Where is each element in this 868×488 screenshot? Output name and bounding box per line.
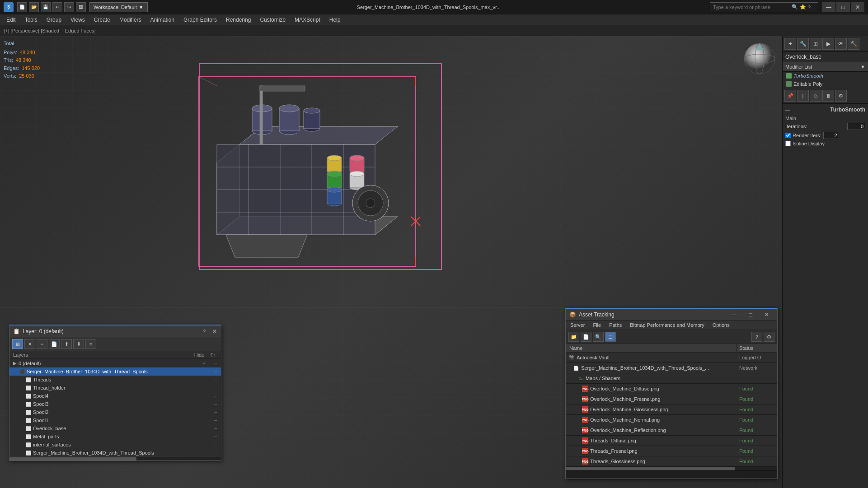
asset-menu-bitmap[interactable]: Bitmap Performance and Memory [628, 321, 706, 329]
navigation-sphere[interactable] [741, 41, 778, 78]
asset-menu-server[interactable]: Server [568, 321, 586, 329]
layer-row-metal-parts[interactable]: ⬜ Metal_parts ··· [9, 432, 221, 441]
bookmark-icon[interactable]: ⭐ [800, 4, 806, 10]
asset-row-vault[interactable]: 🏛 Autodesk Vault Logged O [566, 353, 777, 363]
workspace-dropdown-icon[interactable]: ▼ [139, 5, 144, 10]
layer-row-default[interactable]: ▶ 0 (default) ✓ ··· [9, 359, 221, 367]
layer-scrollbar[interactable] [9, 457, 221, 460]
layer-row-threads[interactable]: ⬜ Threads ··· [9, 376, 221, 384]
search-bar[interactable]: 🔍 ⭐ ? [710, 2, 818, 12]
layer-dots-serger: ··· [214, 369, 217, 374]
asset-tool-3[interactable]: 🔍 [593, 332, 604, 342]
asset-row-fresnel[interactable]: PNG Overlock_Machine_Fresnel.png Found [566, 394, 777, 404]
show-end-result-btn[interactable]: | [797, 90, 809, 102]
menu-item-rendering[interactable]: Rendering [221, 14, 255, 25]
redo-icon[interactable]: ↪ [64, 2, 74, 12]
modify-icon-btn[interactable]: 🔧 [797, 38, 809, 50]
layer-panel-help-btn[interactable]: ? [203, 329, 206, 334]
help-icon[interactable]: ? [808, 5, 811, 10]
asset-row-threads-glossiness[interactable]: PNG Threads_Glossiness.png Found [566, 456, 777, 467]
menu-item-edit[interactable]: Edit [2, 14, 20, 25]
asset-tool-2[interactable]: 📄 [581, 332, 591, 342]
asset-row-normal[interactable]: PNG Overlock_Machine_Normal.png Found [566, 415, 777, 425]
menu-item-group[interactable]: Group [42, 14, 66, 25]
menu-item-create[interactable]: Create [89, 14, 115, 25]
render-iters-input[interactable] [823, 132, 839, 139]
layer-tool-up[interactable]: ⬆ [61, 339, 72, 349]
asset-row-threads-diffuse[interactable]: PNG Threads_Diffuse.png Found [566, 436, 777, 446]
undo-icon[interactable]: ↩ [52, 2, 62, 12]
modifier-editable-poly[interactable]: Editable Poly [783, 80, 868, 88]
open-file-icon[interactable]: 📂 [29, 2, 39, 12]
asset-menu-paths[interactable]: Paths [607, 321, 624, 329]
menu-item-modifiers[interactable]: Modifiers [115, 14, 146, 25]
isoline-checkbox[interactable] [785, 141, 791, 146]
modifier-list-dropdown-icon[interactable]: ▼ [860, 64, 865, 70]
layer-tool-select[interactable]: ⊠ [12, 339, 23, 349]
asset-tool-1[interactable]: 📁 [568, 332, 579, 342]
asset-row-reflection[interactable]: PNG Overlock_Machine_Reflection.png Foun… [566, 425, 777, 436]
layer-row-spool4[interactable]: ⬜ Spool4 ··· [9, 392, 221, 400]
layer-tool-copy[interactable]: 📄 [49, 339, 60, 349]
hierarchy-icon-btn[interactable]: ⊞ [810, 38, 821, 50]
layer-row-thread-holder[interactable]: ⬜ Thread_holder ··· [9, 384, 221, 392]
render-icon[interactable]: 🖼 [76, 2, 86, 12]
menu-item-graph-editors[interactable]: Graph Editors [179, 14, 221, 25]
layer-row-spool2[interactable]: ⬜ Spool2 ··· [9, 408, 221, 416]
layer-tool-add[interactable]: + [37, 339, 47, 349]
asset-help-btn[interactable]: ? [751, 332, 762, 342]
render-iters-checkbox[interactable] [785, 133, 791, 138]
modifier-turbosmooth[interactable]: TurboSmooth [783, 72, 868, 80]
asset-scrollbar[interactable] [566, 467, 777, 470]
layer-row-spool1[interactable]: ⬜ Spool1 ··· [9, 416, 221, 424]
asset-minimize-btn[interactable]: — [727, 310, 741, 319]
ts-main-label: Main [785, 115, 865, 122]
menu-item-help[interactable]: Help [325, 14, 345, 25]
asset-row-maps[interactable]: 🗂 Maps / Shaders [566, 373, 777, 384]
layer-icon-serger2: ⬜ [26, 451, 31, 455]
menu-item-animation[interactable]: Animation [146, 14, 179, 25]
menu-item-customize[interactable]: Customize [255, 14, 290, 25]
make-unique-btn[interactable]: ◇ [810, 90, 821, 102]
modifier-name-turbosmooth: TurboSmooth [793, 73, 823, 79]
menu-item-views[interactable]: Views [66, 14, 89, 25]
asset-row-glossiness[interactable]: PNG Overlock_Machine_Glossiness.png Foun… [566, 404, 777, 415]
workspace-selector[interactable]: Workspace: Default ▼ [89, 2, 148, 12]
minimize-button[interactable]: — [822, 2, 835, 12]
asset-close-btn[interactable]: ✕ [760, 310, 774, 319]
asset-row-threads-fresnel[interactable]: PNG Threads_Fresnel.png Found [566, 446, 777, 456]
menu-item-maxscript[interactable]: MAXScript [290, 14, 325, 25]
search-input[interactable] [713, 5, 790, 10]
search-icon[interactable]: 🔍 [792, 4, 798, 10]
save-icon[interactable]: 💾 [41, 2, 51, 12]
layer-row-internal[interactable]: ⬜ internal_surfaces ··· [9, 441, 221, 449]
remove-modifier-btn[interactable]: 🗑 [822, 90, 834, 102]
layer-row-overlock-base[interactable]: ⬜ Overlock_base ··· [9, 424, 221, 432]
layer-tool-menu[interactable]: ≡ [85, 339, 96, 349]
layer-row-spool3[interactable]: ⬜ Spool3 ··· [9, 400, 221, 408]
motion-icon-btn[interactable]: ▶ [822, 38, 834, 50]
layer-row-serger2[interactable]: ⬜ Serger_Machine_Brother_1034D_with_Thre… [9, 449, 221, 457]
display-icon-btn[interactable]: 👁 [835, 38, 847, 50]
menu-item-tools[interactable]: Tools [20, 14, 42, 25]
asset-settings-btn[interactable]: ⚙ [764, 332, 774, 342]
layer-row-serger-machine[interactable]: ⬛ Serger_Machine_Brother_1034D_with_Thre… [9, 367, 221, 376]
asset-row-diffuse[interactable]: PNG Overlock_Machine_Diffuse.png Found [566, 384, 777, 394]
utilities-icon-btn[interactable]: 🔨 [848, 38, 859, 50]
asset-maximize-btn[interactable]: □ [744, 310, 757, 319]
create-icon-btn[interactable]: ✦ [784, 38, 796, 50]
modifier-list-header[interactable]: Modifier List ▼ [783, 62, 868, 72]
new-file-icon[interactable]: 📄 [17, 2, 27, 12]
layer-tool-delete[interactable]: ✕ [24, 339, 35, 349]
asset-menu-options[interactable]: Options [711, 321, 732, 329]
layer-panel-close-btn[interactable]: ✕ [212, 328, 217, 335]
iterations-input[interactable] [847, 123, 865, 130]
asset-menu-file[interactable]: File [591, 321, 603, 329]
asset-row-serger-file[interactable]: 📄 Serger_Machine_Brother_1034D_with_Thre… [566, 363, 777, 373]
pin-stack-btn[interactable]: 📌 [784, 90, 796, 102]
close-button[interactable]: ✕ [851, 2, 864, 12]
configure-sets-btn[interactable]: ⚙ [835, 90, 847, 102]
maximize-button[interactable]: □ [836, 2, 850, 12]
asset-tool-4[interactable]: ☰ [605, 332, 616, 342]
layer-tool-down[interactable]: ⬇ [73, 339, 84, 349]
